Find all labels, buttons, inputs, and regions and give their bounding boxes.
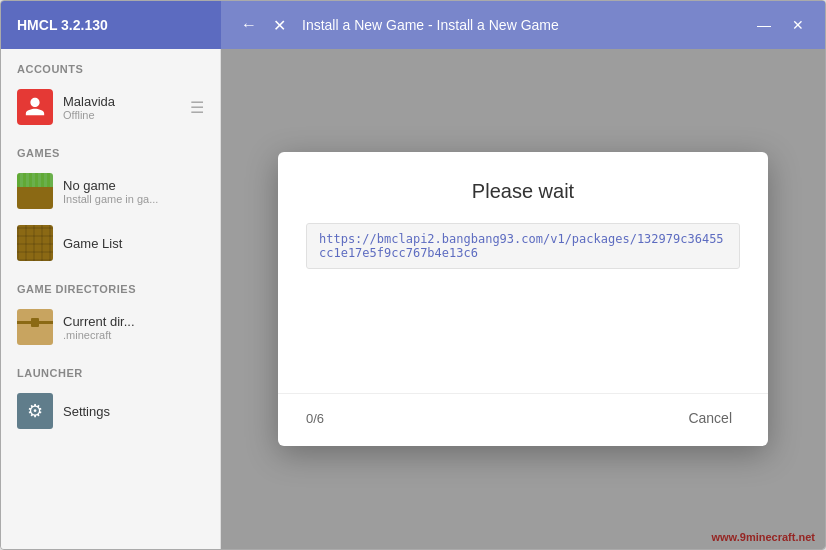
dialog-footer: 0/6 Cancel bbox=[278, 393, 768, 446]
dialog-body: Please wait https://bmclapi2.bangbang93.… bbox=[278, 152, 768, 385]
dialog-cancel-button[interactable]: Cancel bbox=[680, 406, 740, 430]
modal-overlay: Please wait https://bmclapi2.bangbang93.… bbox=[221, 49, 825, 549]
sidebar: ACCOUNTS Malavida Offline ☰ GAMES No gam… bbox=[1, 49, 221, 549]
minimize-button[interactable]: — bbox=[749, 10, 779, 40]
window-close-button[interactable]: ✕ bbox=[783, 10, 813, 40]
account-info: Malavida Offline bbox=[63, 94, 180, 121]
account-avatar bbox=[17, 89, 53, 125]
directory-info: Current dir... .minecraft bbox=[63, 314, 204, 341]
dialog-url: https://bmclapi2.bangbang93.com/v1/packa… bbox=[306, 223, 740, 269]
sidebar-item-no-game[interactable]: No game Install game in ga... bbox=[1, 165, 220, 217]
directory-name: Current dir... bbox=[63, 314, 204, 329]
sidebar-item-game-list[interactable]: Game List bbox=[1, 217, 220, 269]
no-game-sub: Install game in ga... bbox=[63, 193, 204, 205]
window-close-icon: ✕ bbox=[792, 17, 804, 33]
window-title: Install a New Game - Install a New Game bbox=[302, 17, 749, 33]
sidebar-item-account[interactable]: Malavida Offline ☰ bbox=[1, 81, 220, 133]
dialog-progress-area bbox=[306, 285, 740, 385]
game-list-icon bbox=[17, 225, 53, 261]
account-status: Offline bbox=[63, 109, 180, 121]
close-tab-button[interactable]: ✕ bbox=[265, 12, 294, 39]
settings-name: Settings bbox=[63, 404, 204, 419]
app-window: HMCL 3.2.130 ← ✕ Install a New Game - In… bbox=[0, 0, 826, 550]
no-game-icon bbox=[17, 173, 53, 209]
section-label-launcher: LAUNCHER bbox=[1, 353, 220, 385]
back-icon: ← bbox=[241, 16, 257, 34]
settings-icon: ⚙ bbox=[17, 393, 53, 429]
section-label-directories: GAME DIRECTORIES bbox=[1, 269, 220, 301]
settings-info: Settings bbox=[63, 404, 204, 419]
app-title: HMCL 3.2.130 bbox=[17, 17, 108, 33]
window-controls: — ✕ bbox=[749, 10, 813, 40]
close-tab-icon: ✕ bbox=[273, 16, 286, 35]
sidebar-item-settings[interactable]: ⚙ Settings bbox=[1, 385, 220, 437]
title-bar-right: ← ✕ Install a New Game - Install a New G… bbox=[221, 1, 825, 49]
minimize-icon: — bbox=[757, 17, 771, 33]
main-content: ACCOUNTS Malavida Offline ☰ GAMES No gam… bbox=[1, 49, 825, 549]
section-label-accounts: ACCOUNTS bbox=[1, 49, 220, 81]
please-wait-dialog: Please wait https://bmclapi2.bangbang93.… bbox=[278, 152, 768, 446]
game-list-name: Game List bbox=[63, 236, 204, 251]
no-game-name: No game bbox=[63, 178, 204, 193]
game-list-info: Game List bbox=[63, 236, 204, 251]
directory-icon bbox=[17, 309, 53, 345]
title-bar-left: HMCL 3.2.130 bbox=[1, 17, 221, 33]
sidebar-item-directory[interactable]: Current dir... .minecraft bbox=[1, 301, 220, 353]
section-label-games: GAMES bbox=[1, 133, 220, 165]
main-panel: Current Game Version: 1.14.4 Enter your … bbox=[221, 49, 825, 549]
no-game-info: No game Install game in ga... bbox=[63, 178, 204, 205]
dialog-progress-label: 0/6 bbox=[306, 411, 324, 426]
account-name: Malavida bbox=[63, 94, 180, 109]
back-button[interactable]: ← bbox=[233, 12, 265, 38]
directory-sub: .minecraft bbox=[63, 329, 204, 341]
account-menu-icon[interactable]: ☰ bbox=[190, 98, 204, 117]
title-bar: HMCL 3.2.130 ← ✕ Install a New Game - In… bbox=[1, 1, 825, 49]
dialog-title: Please wait bbox=[306, 180, 740, 203]
